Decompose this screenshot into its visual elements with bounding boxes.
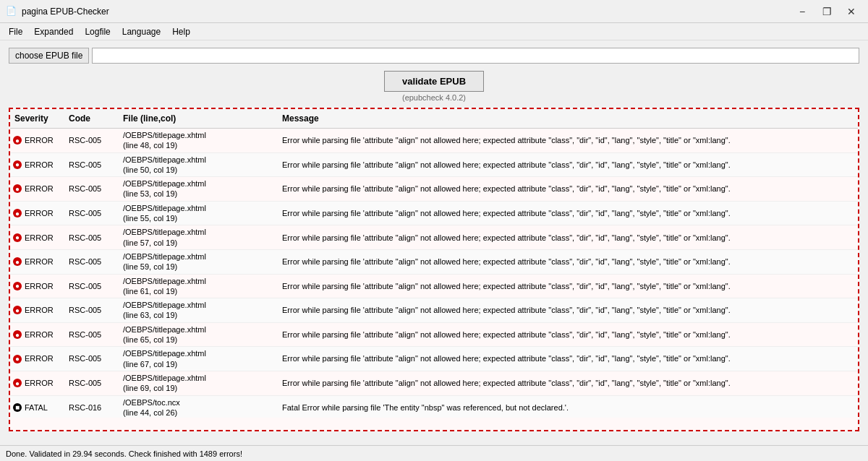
file-cell: /OEBPS/titlepage.xhtml (line 48, col 19) — [119, 129, 278, 152]
status-bar: Done. Validated in 29.94 seconds. Check … — [0, 445, 868, 461]
status-text: Done. Validated in 29.94 seconds. Check … — [6, 449, 242, 458]
message-cell: Error while parsing file 'attribute "ali… — [278, 376, 858, 389]
header-severity: Severity — [10, 112, 64, 125]
code-cell: RSC-005 — [64, 352, 119, 365]
severity-icon: ● — [13, 306, 22, 314]
code-cell: RSC-005 — [64, 255, 119, 268]
severity-cell: ●ERROR — [10, 352, 64, 365]
menu-item-file[interactable]: File — [3, 25, 28, 38]
severity-cell: ●ERROR — [10, 255, 64, 268]
table-row[interactable]: ■FATALRSC-016/OEBPS/toc.ncx (line 44, co… — [10, 396, 858, 418]
table-row[interactable]: ●ERRORRSC-005/OEBPS/titlepage.xhtml (lin… — [10, 153, 858, 178]
menu-item-logfile[interactable]: Logfile — [79, 25, 116, 38]
message-cell: Error while parsing file 'attribute "ali… — [278, 158, 858, 171]
file-cell: /OEBPS/titlepage.xhtml (line 65, col 19) — [119, 323, 278, 347]
title-bar-left: 📄 pagina EPUB-Checker — [6, 6, 109, 17]
app-icon: 📄 — [6, 6, 17, 17]
severity-label: ERROR — [25, 208, 54, 218]
severity-label: ERROR — [25, 233, 54, 243]
menu-item-help[interactable]: Help — [166, 25, 196, 38]
severity-label: ERROR — [25, 160, 54, 170]
code-cell: RSC-005 — [64, 182, 119, 195]
window-controls: − ❐ ✕ — [791, 4, 862, 19]
validate-button[interactable]: validate EPUB — [384, 71, 484, 92]
severity-label: ERROR — [25, 329, 54, 340]
message-cell: Fatal Error while parsing file 'The enti… — [278, 401, 858, 414]
message-cell: Error while parsing file 'attribute "ali… — [278, 134, 858, 147]
severity-cell: ●ERROR — [10, 207, 64, 220]
severity-icon: ● — [13, 355, 22, 363]
severity-cell: ●ERROR — [10, 231, 64, 244]
file-cell: /OEBPS/toc.ncx (line 44, col 26) — [119, 396, 278, 418]
table-body[interactable]: ●ERRORRSC-005/OEBPS/titlepage.xhtml (lin… — [10, 129, 858, 418]
severity-icon: ● — [13, 330, 22, 339]
severity-icon: ■ — [13, 403, 22, 412]
table-row[interactable]: ●ERRORRSC-005/OEBPS/titlepage.xhtml (lin… — [10, 225, 858, 250]
table-row[interactable]: ●ERRORRSC-005/OEBPS/titlepage.xhtml (lin… — [10, 275, 858, 299]
table-row[interactable]: ●ERRORRSC-005/OEBPS/titlepage.xhtml (lin… — [10, 371, 858, 396]
results-container: Severity Code File (line,col) Message ●E… — [9, 108, 859, 431]
severity-icon: ● — [13, 257, 22, 266]
severity-cell: ●ERROR — [10, 303, 64, 316]
file-path-input[interactable] — [92, 48, 859, 64]
file-cell: /OEBPS/titlepage.xhtml (line 55, col 19) — [119, 202, 278, 225]
table-row[interactable]: ●ERRORRSC-005/OEBPS/titlepage.xhtml (lin… — [10, 177, 858, 202]
severity-cell: ●ERROR — [10, 134, 64, 147]
code-cell: RSC-005 — [64, 134, 119, 147]
file-cell: /OEBPS/titlepage.xhtml (line 61, col 19) — [119, 275, 278, 298]
main-content: choose EPUB file validate EPUB (epubchec… — [0, 40, 868, 439]
code-cell: RSC-005 — [64, 207, 119, 220]
severity-cell: ●ERROR — [10, 328, 64, 341]
code-cell: RSC-005 — [64, 376, 119, 389]
menu-bar: FileExpandedLogfileLanguageHelp — [0, 23, 868, 40]
file-cell: /OEBPS/titlepage.xhtml (line 50, col 19) — [119, 153, 278, 177]
table-row[interactable]: ●ERRORRSC-005/OEBPS/titlepage.xhtml (lin… — [10, 250, 858, 275]
table-row[interactable]: ●ERRORRSC-005/OEBPS/titlepage.xhtml (lin… — [10, 202, 858, 226]
message-cell: Error while parsing file 'attribute "ali… — [278, 280, 858, 293]
severity-cell: ●ERROR — [10, 158, 64, 171]
header-file: File (line,col) — [119, 112, 278, 125]
message-cell: Error while parsing file 'attribute "ali… — [278, 303, 858, 316]
message-cell: Error while parsing file 'attribute "ali… — [278, 328, 858, 341]
message-cell: Error while parsing file 'attribute "ali… — [278, 255, 858, 268]
severity-cell: ●ERROR — [10, 376, 64, 389]
title-bar: 📄 pagina EPUB-Checker − ❐ ✕ — [0, 0, 868, 23]
file-cell: /OEBPS/titlepage.xhtml (line 69, col 19) — [119, 371, 278, 395]
severity-label: ERROR — [25, 353, 54, 363]
severity-label: ERROR — [25, 305, 54, 315]
menu-item-language[interactable]: Language — [116, 25, 166, 38]
file-cell: /OEBPS/titlepage.xhtml (line 63, col 19) — [119, 298, 278, 322]
severity-label: ERROR — [25, 257, 54, 267]
choose-file-button[interactable]: choose EPUB file — [9, 48, 89, 64]
table-row[interactable]: ●ERRORRSC-005/OEBPS/titlepage.xhtml (lin… — [10, 347, 858, 371]
validate-section: validate EPUB (epubcheck 4.0.2) — [9, 71, 859, 102]
message-cell: Error while parsing file 'attribute "ali… — [278, 182, 858, 195]
severity-label: ERROR — [25, 184, 54, 194]
minimize-button[interactable]: − — [791, 4, 813, 19]
severity-cell: ■FATAL — [10, 401, 64, 414]
code-cell: RSC-005 — [64, 231, 119, 244]
code-cell: RSC-016 — [64, 401, 119, 414]
severity-icon: ● — [13, 160, 22, 169]
file-cell: /OEBPS/titlepage.xhtml (line 59, col 19) — [119, 250, 278, 274]
severity-icon: ● — [13, 233, 22, 242]
severity-icon: ● — [13, 282, 22, 290]
table-row[interactable]: ●ERRORRSC-005/OEBPS/titlepage.xhtml (lin… — [10, 323, 858, 348]
code-cell: RSC-005 — [64, 303, 119, 316]
severity-icon: ● — [13, 136, 22, 145]
file-chooser-row: choose EPUB file — [9, 48, 859, 64]
severity-label: ERROR — [25, 378, 54, 388]
code-cell: RSC-005 — [64, 158, 119, 171]
message-cell: Error while parsing file 'attribute "ali… — [278, 231, 858, 244]
maximize-button[interactable]: ❐ — [816, 4, 838, 19]
message-cell: Error while parsing file 'attribute "ali… — [278, 352, 858, 365]
table-row[interactable]: ●ERRORRSC-005/OEBPS/titlepage.xhtml (lin… — [10, 298, 858, 323]
app-title: pagina EPUB-Checker — [22, 7, 109, 17]
close-button[interactable]: ✕ — [841, 4, 862, 19]
severity-cell: ●ERROR — [10, 280, 64, 293]
header-code: Code — [64, 112, 119, 125]
epubcheck-version: (epubcheck 4.0.2) — [402, 93, 466, 102]
table-row[interactable]: ●ERRORRSC-005/OEBPS/titlepage.xhtml (lin… — [10, 129, 858, 153]
menu-item-expanded[interactable]: Expanded — [28, 25, 79, 38]
header-message: Message — [278, 112, 858, 125]
